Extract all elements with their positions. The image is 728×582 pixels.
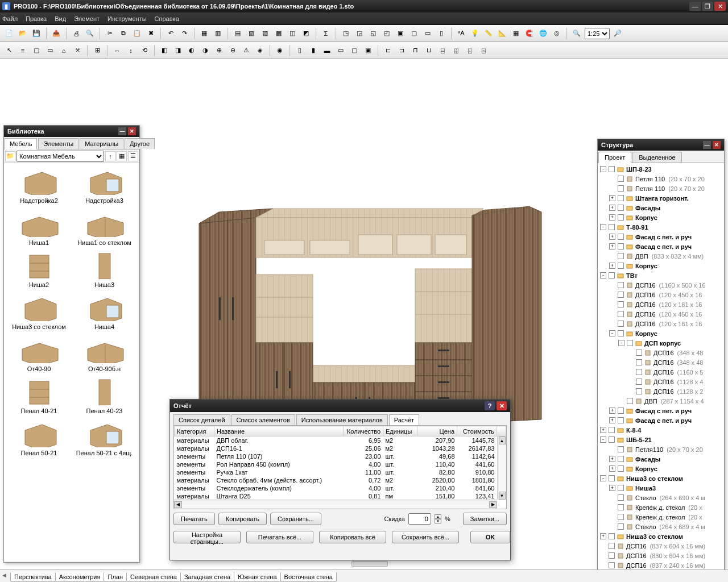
tree-checkbox[interactable] [618,253,624,259]
library-titlebar[interactable]: Библиотека — ✕ [4,126,139,137]
discount-up-icon[interactable]: ▲ [435,514,441,519]
pointer-icon[interactable]: ↖ [3,45,15,56]
library-item[interactable]: От40-90 [7,335,71,372]
tree-row[interactable]: ДСП16(348 x 48 [598,357,724,367]
tree-checkbox[interactable] [618,243,624,250]
tree-expand-icon[interactable]: + [609,417,615,423]
s10-icon[interactable]: ⟲ [139,45,150,56]
table-row[interactable]: элементыРучка 1кат11,00шт.82,80910,80 [175,468,506,476]
table-row[interactable]: материалыСтекло обраб. 4мм (действ. ассо… [175,476,506,484]
tree-checkbox[interactable] [618,282,624,288]
s16-icon[interactable]: ⊖ [227,45,238,56]
report-titlebar[interactable]: Отчёт ? ✕ [170,400,510,412]
menu-view[interactable]: Вид [55,15,66,22]
s26-icon[interactable]: ⊏ [382,45,394,56]
page-setup-button[interactable]: Настройка страницы... [173,531,241,543]
tree-expand-icon[interactable]: + [609,263,615,269]
library-item[interactable]: От40-90б.н [73,335,136,372]
t5-icon[interactable]: ▣ [395,28,406,39]
tree-row[interactable]: ДВП(287 x 1154 x 4 [598,396,724,406]
tree-checkbox[interactable] [618,523,624,530]
t1-icon[interactable]: ◳ [340,28,351,39]
structure-min-button[interactable]: — [703,141,711,149]
report-tab-parts[interactable]: Список деталей [173,414,230,425]
menu-file[interactable]: Файл [2,15,18,22]
report-tab-calculation[interactable]: Расчёт [389,414,419,425]
print-all-button[interactable]: Печатать всё... [246,531,313,543]
tree-checkbox[interactable] [618,205,624,211]
s15-icon[interactable]: ⊕ [213,45,225,56]
table-row[interactable]: элементыСтеклодержатель (компл)4,00шт.21… [175,484,506,492]
tree-checkbox[interactable] [627,340,633,346]
menu-help[interactable]: Справка [155,15,179,22]
undo-icon[interactable]: ↶ [165,28,176,39]
tree-row[interactable]: Крепеж д. стекол(20 x [598,512,724,522]
library-item[interactable]: Пенал 50-21 [7,419,71,456]
table-row[interactable]: материалыДВП облаг.6,95м2207,901445,78 [175,436,506,445]
tree-checkbox[interactable] [636,379,642,385]
tree-row[interactable]: ДСП16(120 x 450 x 16 [598,290,724,300]
s21-icon[interactable]: ▮ [308,45,319,56]
tree-row[interactable]: ДСП16(837 x 604 x 16 мм) [598,541,724,551]
tree-checkbox[interactable] [609,533,615,539]
s20-icon[interactable]: ▯ [294,45,305,56]
table-row[interactable]: материалыДСП16-125,06м21043,2826147,83 [175,444,506,452]
table-row[interactable]: элементыПетля 110 (107)23,00шт.49,681142… [175,452,506,460]
s8-icon[interactable]: ↔ [111,45,123,56]
view-tab-perspective[interactable]: Перспектива [10,572,56,582]
view-tab-west[interactable]: Западная стена [180,572,234,582]
globe-icon[interactable]: 🌐 [537,28,549,39]
view-large-icon[interactable]: ▦ [117,151,127,161]
copy-icon[interactable]: ⧉ [118,28,129,39]
s7-icon[interactable]: ⊞ [92,45,103,56]
tree-row[interactable]: -Т-80-91 [598,222,724,232]
report-hscroll[interactable]: ◀ ▶ [174,500,497,509]
zoom-select[interactable]: 1:25 [585,28,610,39]
t3-icon[interactable]: ◱ [367,28,379,39]
target-icon[interactable]: ◎ [551,28,562,39]
s30-icon[interactable]: ⌸ [437,45,448,56]
zoom-out-icon[interactable]: 🔍 [571,28,582,39]
col-category[interactable]: Категория [175,426,214,436]
s22-icon[interactable]: ▬ [321,45,333,56]
minimize-button[interactable]: — [689,2,701,11]
s5-icon[interactable]: ⌂ [58,45,69,56]
tree-checkbox[interactable] [618,311,624,317]
cut-icon[interactable]: ✂ [104,28,115,39]
tree-checkbox[interactable] [609,543,615,549]
report-close-button[interactable]: ✕ [497,401,507,410]
tree-checkbox[interactable] [609,166,615,172]
report-vscroll[interactable]: ▲ ▼ [497,436,506,500]
s25-icon[interactable]: ▣ [362,45,374,56]
menu-element[interactable]: Элемент [74,15,100,22]
s24-icon[interactable]: ▢ [349,45,360,56]
tree-row[interactable]: Крепеж д. стекол(20 x [598,502,724,512]
redo-icon[interactable]: ↷ [179,28,190,39]
library-item[interactable]: Ниша2 [7,251,71,288]
col-cost[interactable]: Стоимость [457,426,497,436]
s9-icon[interactable]: ↕ [125,45,136,56]
tree-expand-icon[interactable]: - [600,224,606,230]
tree-row[interactable]: +К-8-4 [598,425,724,435]
tree-expand-icon[interactable]: - [600,475,606,481]
library-item[interactable]: Пенал 50-21 с 4ящ. [73,419,136,456]
tree-checkbox[interactable] [618,485,624,491]
tree-expand-icon[interactable]: + [609,234,615,240]
tree-checkbox[interactable] [618,195,624,201]
s4-icon[interactable]: ▭ [44,45,56,56]
discount-down-icon[interactable]: ▼ [435,519,441,523]
tree-row[interactable]: Стекло(264 x 689 x 4 м [598,522,724,531]
tree-expand-icon[interactable]: + [609,214,615,221]
tree-checkbox[interactable] [618,301,624,307]
t4-icon[interactable]: ◰ [381,28,392,39]
tree-row[interactable]: -ШП-8-23 [598,164,724,174]
report-tab-elements[interactable]: Список элементов [231,414,295,425]
tree-checkbox[interactable] [609,475,615,481]
tree-row[interactable]: Петля110(20 x 70 x 20 [598,444,724,454]
copy-all-button[interactable]: Копировать всё [319,531,386,543]
menu-tools[interactable]: Инструменты [107,15,147,22]
tree-expand-icon[interactable]: + [600,533,606,539]
tree-row[interactable]: -Корпус [598,329,724,338]
snap-icon[interactable]: 📐 [497,28,508,39]
library-tab-furniture[interactable]: Мебель [5,138,37,149]
